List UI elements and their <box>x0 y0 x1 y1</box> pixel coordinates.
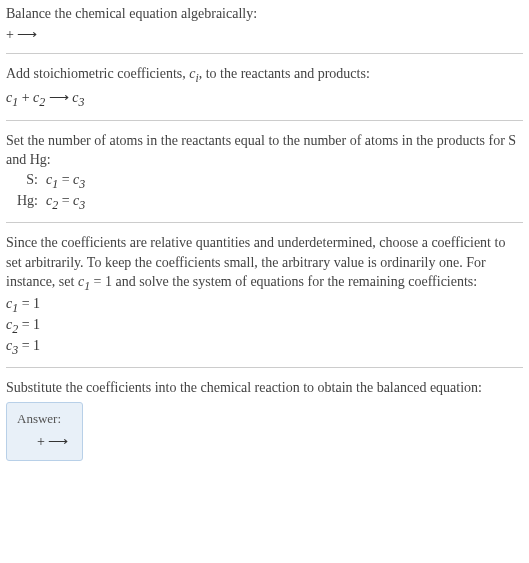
atom-label-s: S: <box>10 172 38 188</box>
s-eq: = <box>58 172 73 187</box>
hg-eq: = <box>58 193 73 208</box>
balance-title: Balance the chemical equation algebraica… <box>6 4 523 24</box>
line-c1-rest: = 1 <box>18 296 40 311</box>
section-atoms: Set the number of atoms in the reactants… <box>6 131 523 213</box>
stoichiometric-title: Add stoichiometric coefficients, ci, to … <box>6 64 523 87</box>
coeff-line: c2 = 1 <box>6 317 523 337</box>
section-substitute: Substitute the coefficients into the che… <box>6 378 523 461</box>
section-balance: Balance the chemical equation algebraica… <box>6 4 523 43</box>
balance-equation: + ⟶ <box>6 26 523 43</box>
atom-label-hg: Hg: <box>10 193 38 209</box>
atom-eq-hg: c2 = c3 <box>46 193 85 213</box>
substitute-title: Substitute the coefficients into the che… <box>6 378 523 398</box>
line-c2-rest: = 1 <box>18 317 40 332</box>
atoms-title: Set the number of atoms in the reactants… <box>6 131 523 170</box>
atom-table: S: c1 = c3 Hg: c2 = c3 <box>10 172 523 213</box>
divider <box>6 120 523 121</box>
atom-eq-s: c1 = c3 <box>46 172 85 192</box>
coeff-line: c3 = 1 <box>6 338 523 358</box>
divider <box>6 53 523 54</box>
hg-c3-sub: 3 <box>79 197 85 211</box>
stoich-text-part: Add stoichiometric coefficients, ci, to … <box>6 66 370 81</box>
answer-label: Answer: <box>17 411 68 427</box>
s-c3-sub: 3 <box>79 177 85 191</box>
plus-1: + <box>18 90 33 105</box>
document-content: Balance the chemical equation algebraica… <box>0 0 529 471</box>
atom-row: S: c1 = c3 <box>10 172 523 192</box>
answer-box: Answer: + ⟶ <box>6 402 83 461</box>
atom-row: Hg: c2 = c3 <box>10 193 523 213</box>
section-solve: Since the coefficients are relative quan… <box>6 233 523 357</box>
section-stoichiometric: Add stoichiometric coefficients, ci, to … <box>6 64 523 110</box>
stoichiometric-equation: c1 + c2 ⟶ c3 <box>6 89 523 110</box>
arrow-1: ⟶ <box>45 90 72 105</box>
coeff-c3-sub: 3 <box>78 95 84 109</box>
divider <box>6 222 523 223</box>
divider <box>6 367 523 368</box>
solve-text-p2: = 1 and solve the system of equations fo… <box>90 274 477 289</box>
answer-equation: + ⟶ <box>17 433 68 450</box>
solve-title: Since the coefficients are relative quan… <box>6 233 523 295</box>
line-c3-rest: = 1 <box>18 338 40 353</box>
coeff-line: c1 = 1 <box>6 296 523 316</box>
